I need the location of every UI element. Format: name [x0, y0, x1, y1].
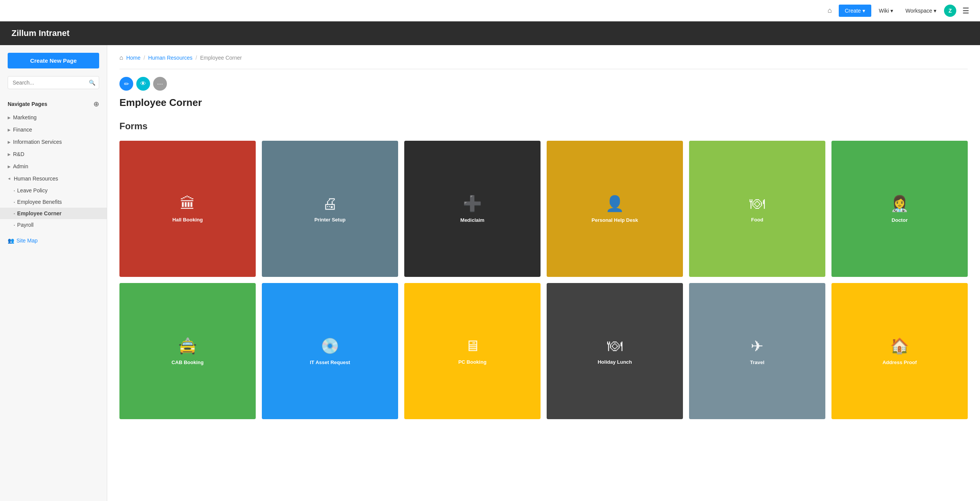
leave-policy-label: Leave Policy	[17, 187, 47, 194]
view-button[interactable]: 👁	[136, 77, 150, 91]
breadcrumb-home-label: Home	[126, 55, 140, 61]
hr-label: Human Resources	[14, 176, 58, 182]
header-bar: Zillum Intranet	[0, 21, 980, 45]
more-button[interactable]: ⋯	[153, 77, 167, 91]
top-nav: ⌂ Create ▾ Wiki ▾ Workspace ▾ Z ☰	[0, 0, 980, 21]
it-asset-request-icon: 💿	[320, 337, 340, 355]
mediclaim-icon: ➕	[463, 195, 482, 213]
sidebar-item-information-services[interactable]: ▶ Information Services	[0, 136, 107, 148]
workspace-dropdown-icon: ▾	[934, 8, 936, 14]
admin-label: Admin	[13, 163, 28, 169]
form-card-food[interactable]: 🍽Food	[689, 141, 825, 277]
employee-corner-dot: •	[14, 212, 15, 215]
sidebar-subitem-employee-corner[interactable]: • Employee Corner	[0, 208, 107, 219]
information-services-arrow-icon: ▶	[8, 140, 11, 144]
form-card-address-proof[interactable]: 🏠Address Proof	[831, 283, 968, 419]
site-map-icon: 👥	[8, 237, 14, 244]
breadcrumb: ⌂ Home / Human Resources / Employee Corn…	[119, 54, 968, 61]
create-button[interactable]: Create ▾	[839, 5, 871, 17]
food-icon: 🍽	[750, 195, 765, 212]
sidebar-subitem-employee-benefits[interactable]: • Employee Benefits	[0, 196, 107, 208]
form-card-personal-help-desk[interactable]: 👤Personal Help Desk	[547, 141, 683, 277]
hall-booking-icon: 🏛	[180, 195, 195, 212]
site-map-link[interactable]: 👥 Site Map	[0, 234, 107, 247]
workspace-button[interactable]: Workspace ▾	[901, 5, 941, 17]
sidebar: Create New Page 🔍 Navigate Pages ⊕ ▶ Mar…	[0, 45, 107, 501]
information-services-label: Information Services	[13, 139, 62, 145]
finance-label: Finance	[13, 127, 32, 133]
search-icon: 🔍	[89, 80, 95, 86]
employee-benefits-dot: •	[14, 200, 15, 204]
breadcrumb-current: Employee Corner	[200, 55, 242, 61]
app-title: Zillum Intranet	[11, 28, 969, 38]
form-card-pc-booking[interactable]: 🖥PC Booking	[404, 283, 541, 419]
nav-section-header: Navigate Pages ⊕	[0, 97, 107, 111]
payroll-dot: •	[14, 223, 15, 227]
user-avatar[interactable]: Z	[944, 5, 956, 17]
printer-setup-label: Printer Setup	[311, 217, 349, 223]
form-card-hall-booking[interactable]: 🏛Hall Booking	[119, 141, 256, 277]
create-new-page-button[interactable]: Create New Page	[8, 53, 99, 68]
home-button[interactable]: ⌂	[824, 4, 836, 17]
form-card-it-asset-request[interactable]: 💿IT Asset Request	[262, 283, 398, 419]
sidebar-item-admin[interactable]: ▶ Admin	[0, 160, 107, 172]
form-card-travel[interactable]: ✈Travel	[689, 283, 825, 419]
sidebar-subitem-leave-policy[interactable]: • Leave Policy	[0, 185, 107, 196]
wiki-label: Wiki	[879, 8, 889, 14]
pc-booking-label: PC Booking	[455, 359, 490, 365]
forms-section-title: Forms	[119, 121, 968, 132]
sidebar-item-marketing[interactable]: ▶ Marketing	[0, 111, 107, 124]
address-proof-icon: 🏠	[890, 337, 909, 355]
site-map-label: Site Map	[16, 237, 38, 244]
rd-arrow-icon: ▶	[8, 152, 11, 156]
sidebar-subitem-payroll[interactable]: • Payroll	[0, 219, 107, 231]
cab-booking-label: CAB Booking	[168, 359, 207, 365]
page-actions: ✏ 👁 ⋯	[119, 77, 968, 91]
sidebar-item-finance[interactable]: ▶ Finance	[0, 124, 107, 136]
mediclaim-label: Mediclaim	[457, 217, 488, 223]
breadcrumb-sep-1: /	[144, 55, 145, 61]
personal-help-desk-label: Personal Help Desk	[588, 217, 641, 223]
user-initial: Z	[949, 8, 952, 14]
wiki-button[interactable]: Wiki ▾	[874, 5, 898, 17]
hamburger-menu[interactable]: ☰	[959, 5, 972, 17]
leave-policy-dot: •	[14, 189, 15, 192]
create-dropdown-icon: ▾	[862, 8, 865, 14]
form-card-doctor[interactable]: 👩‍⚕️Doctor	[831, 141, 968, 277]
travel-label: Travel	[747, 359, 768, 365]
marketing-arrow-icon: ▶	[8, 115, 11, 120]
main-layout: Create New Page 🔍 Navigate Pages ⊕ ▶ Mar…	[0, 45, 980, 501]
search-input[interactable]	[8, 76, 99, 89]
travel-icon: ✈	[751, 337, 764, 355]
cab-booking-icon: 🚖	[178, 337, 197, 355]
workspace-label: Workspace	[905, 8, 932, 14]
sidebar-item-human-resources[interactable]: ▼ Human Resources	[0, 172, 107, 185]
printer-setup-icon: 🖨	[322, 195, 338, 212]
hall-booking-label: Hall Booking	[169, 217, 206, 223]
employee-corner-label: Employee Corner	[17, 210, 62, 216]
form-card-mediclaim[interactable]: ➕Mediclaim	[404, 141, 541, 277]
pc-booking-icon: 🖥	[465, 337, 480, 355]
edit-button[interactable]: ✏	[119, 77, 133, 91]
breadcrumb-divider	[119, 69, 968, 69]
personal-help-desk-icon: 👤	[605, 195, 624, 213]
sidebar-search-container: 🔍	[8, 76, 99, 89]
hr-arrow-icon: ▼	[7, 177, 11, 181]
breadcrumb-section-label: Human Resources	[148, 55, 193, 61]
payroll-label: Payroll	[17, 222, 34, 228]
breadcrumb-section-link[interactable]: Human Resources	[148, 55, 193, 61]
admin-arrow-icon: ▶	[8, 164, 11, 169]
page-title: Employee Corner	[119, 97, 968, 109]
add-nav-item-button[interactable]: ⊕	[93, 101, 99, 107]
holiday-lunch-label: Holiday Lunch	[595, 359, 635, 365]
form-card-holiday-lunch[interactable]: 🍽Holiday Lunch	[547, 283, 683, 419]
form-card-cab-booking[interactable]: 🚖CAB Booking	[119, 283, 256, 419]
marketing-label: Marketing	[13, 114, 36, 120]
create-label: Create	[845, 8, 861, 14]
breadcrumb-home-link[interactable]: Home	[126, 55, 140, 61]
breadcrumb-sep-2: /	[196, 55, 197, 61]
sidebar-item-rd[interactable]: ▶ R&D	[0, 148, 107, 160]
nav-section-label: Navigate Pages	[8, 101, 47, 107]
form-card-printer-setup[interactable]: 🖨Printer Setup	[262, 141, 398, 277]
rd-label: R&D	[13, 151, 24, 157]
